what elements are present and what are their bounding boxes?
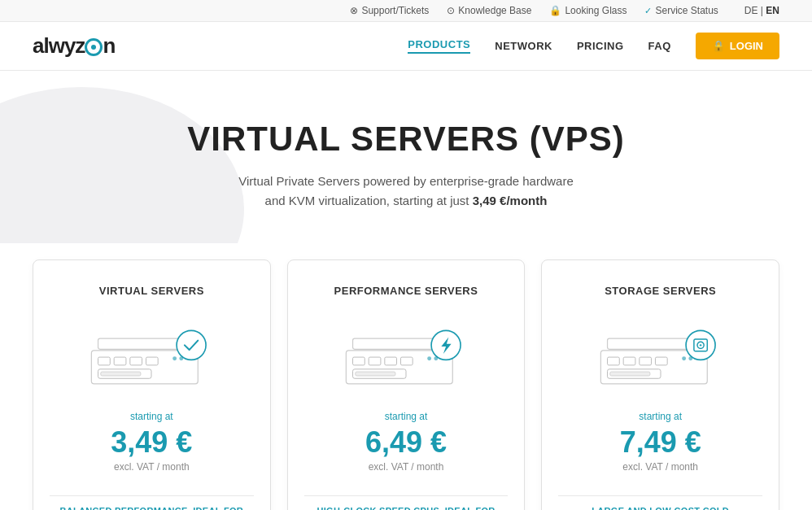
question-icon: ⊙ — [447, 5, 455, 16]
lang-en[interactable]: EN — [766, 5, 779, 16]
nav-faq[interactable]: FAQ — [648, 40, 671, 52]
svg-rect-17 — [356, 372, 395, 376]
checkmark-icon: ✓ — [644, 6, 652, 16]
performance-price: 6,49 € — [365, 425, 447, 460]
nav-products[interactable]: PRODUCTS — [408, 38, 470, 54]
language-switcher: DE | EN — [744, 5, 779, 16]
virtual-starting-at: starting at — [130, 411, 173, 422]
virtual-server-illustration — [78, 313, 225, 394]
storage-servers-card: STORAGE SERVERS starting at 7,49 € excl.… — [541, 259, 779, 510]
virtual-price: 3,49 € — [111, 425, 192, 460]
support-tickets-link[interactable]: ⊗ Support/Tickets — [350, 5, 429, 16]
support-tickets-label: Support/Tickets — [361, 5, 429, 16]
performance-servers-title: PERFORMANCE SERVERS — [334, 285, 478, 297]
performance-desc: HIGH-CLOCK SPEED CPUS, IDEAL FORLARGE WE… — [308, 504, 503, 510]
service-status-link[interactable]: ✓ Service Status — [644, 5, 718, 16]
svg-point-30 — [682, 356, 686, 360]
virtual-servers-title: VIRTUAL SERVERS — [99, 285, 204, 297]
hero-title: VIRTUAL SERVERS (VPS) — [33, 120, 779, 159]
svg-rect-9 — [98, 338, 185, 349]
performance-divider — [304, 495, 509, 496]
login-label: LOGIN — [730, 40, 763, 52]
top-bar: ⊗ Support/Tickets ⊙ Knowledge Base 🔒 Loo… — [0, 0, 812, 22]
performance-servers-card: PERFORMANCE SERVERS starting at 6,49 € e… — [287, 259, 526, 510]
virtual-servers-card: VIRTUAL SERVERS starting at 3,49 € excl.… — [33, 259, 271, 510]
svg-rect-32 — [607, 338, 693, 349]
hero-section: VIRTUAL SERVERS (VPS) Virtual Private Se… — [0, 71, 812, 243]
hero-subtitle-price: 3,49 €/month — [473, 194, 548, 207]
product-cards-section: VIRTUAL SERVERS starting at 3,49 € excl.… — [0, 243, 812, 510]
performance-vat: excl. VAT / month — [369, 461, 444, 473]
knowledge-base-label: Knowledge Base — [458, 5, 531, 16]
svg-point-10 — [177, 330, 206, 360]
hero-subtitle-line2: and KVM virtualization, starting at just — [265, 194, 473, 207]
nav-network[interactable]: NETWORK — [495, 40, 552, 52]
login-button[interactable]: 🔒 LOGIN — [696, 33, 779, 59]
hero-subtitle: Virtual Private Servers powered by enter… — [33, 172, 779, 211]
svg-point-18 — [427, 356, 431, 360]
svg-rect-20 — [353, 338, 439, 349]
hero-subtitle-line1: Virtual Private Servers powered by enter… — [238, 174, 574, 188]
performance-starting-at: starting at — [385, 411, 428, 422]
storage-server-illustration — [587, 313, 734, 394]
virtual-divider — [50, 495, 254, 496]
svg-point-7 — [173, 356, 177, 360]
looking-glass-link[interactable]: 🔒 Looking Glass — [549, 5, 626, 16]
storage-vat: excl. VAT / month — [622, 461, 698, 473]
lang-de[interactable]: DE — [744, 5, 758, 16]
logo[interactable]: alwyzn — [33, 33, 115, 59]
svg-rect-29 — [609, 372, 649, 376]
performance-server-illustration — [333, 313, 479, 394]
nav-pricing[interactable]: PRICING — [577, 40, 624, 52]
storage-divider — [558, 495, 762, 496]
knowledge-base-link[interactable]: ⊙ Knowledge Base — [447, 5, 531, 16]
storage-desc: LARGE AND LOW-COST COLD STORAGE,IDEAL FO… — [558, 504, 762, 510]
main-navigation: alwyzn PRODUCTS NETWORK PRICING FAQ 🔒 LO… — [0, 22, 812, 71]
virtual-vat: excl. VAT / month — [114, 461, 190, 473]
lang-sep: | — [761, 5, 763, 16]
storage-servers-title: STORAGE SERVERS — [605, 285, 716, 297]
virtual-desc: BALANCED PERFORMANCE, IDEAL FORMOST APPL… — [52, 504, 251, 510]
service-status-label: Service Status — [655, 5, 718, 16]
lock-icon: 🔒 — [712, 40, 725, 52]
logo-o-icon — [85, 38, 103, 56]
svg-rect-6 — [101, 372, 141, 376]
x-circle-icon: ⊗ — [350, 5, 358, 16]
lock-icon: 🔒 — [549, 5, 561, 16]
looking-glass-label: Looking Glass — [565, 5, 626, 16]
storage-starting-at: starting at — [639, 411, 682, 422]
svg-point-36 — [700, 344, 701, 346]
storage-price: 7,49 € — [620, 425, 701, 460]
nav-links: PRODUCTS NETWORK PRICING FAQ 🔒 LOGIN — [408, 33, 779, 59]
